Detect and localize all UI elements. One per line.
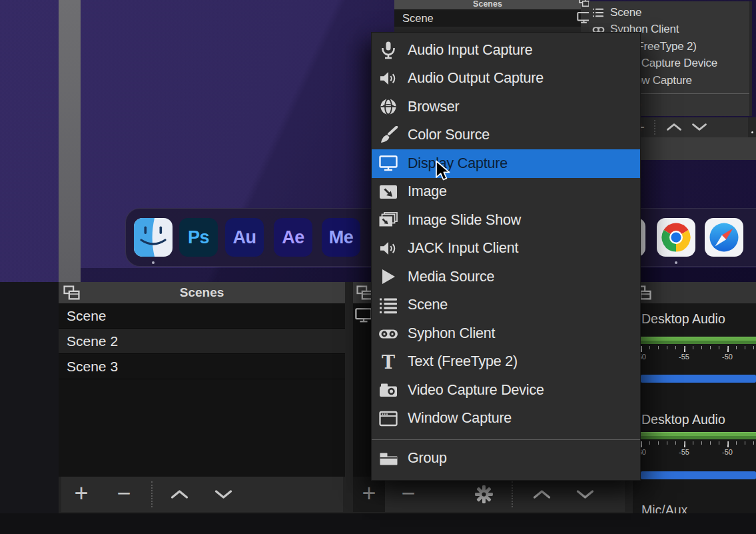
add-source-menu: Audio Input Capture Audio Output Capture… <box>371 32 641 481</box>
mixer-channel-label: Mic/Aux <box>641 503 687 513</box>
bg-toolbar-divider <box>654 120 655 135</box>
window-icon <box>378 411 399 427</box>
bg-move-down-button[interactable] <box>691 123 707 131</box>
bg-scene-row[interactable]: Scene <box>394 9 581 27</box>
scenes-toolbar: + − <box>61 477 343 512</box>
after-effects-label: Ae <box>282 227 304 248</box>
camera-icon <box>378 382 399 398</box>
mixer-panel-header[interactable] <box>633 282 756 303</box>
bg-toolbar-edge <box>748 117 756 137</box>
source-properties-gear-icon[interactable] <box>474 485 494 504</box>
sources-toolbar: − <box>385 477 625 512</box>
toolbar-divider <box>512 481 513 507</box>
speaker-icon <box>378 240 399 257</box>
volume-slider[interactable] <box>641 375 756 383</box>
after-effects-icon[interactable]: Ae <box>274 218 312 257</box>
menu-item-scene[interactable]: Scene <box>372 291 640 320</box>
folder-icon <box>378 451 399 467</box>
scene-down-button[interactable] <box>214 489 232 499</box>
tick-label: -50 <box>722 353 733 361</box>
scene-list-icon <box>378 297 399 314</box>
meter-ruler <box>641 441 756 447</box>
finder-icon[interactable] <box>134 218 173 257</box>
scene-up-button[interactable] <box>171 489 189 499</box>
scene-row-2[interactable]: Scene 2 <box>59 329 345 354</box>
mixer-channel-label: Desktop Audio <box>641 412 725 427</box>
menu-item-audio-input-capture[interactable]: Audio Input Capture <box>372 36 640 65</box>
speaker-icon <box>378 70 399 87</box>
add-scene-button[interactable]: + <box>70 477 93 512</box>
sources-add-area: + <box>353 477 385 512</box>
audio-mixer-panel: Desktop Audio -60 -55 -50 Desktop Audio … <box>633 282 756 513</box>
menu-item-text-freetype[interactable]: T Text (FreeType 2) <box>372 348 640 377</box>
preview-edge-strip <box>59 0 81 282</box>
paintbrush-icon <box>378 126 399 144</box>
menu-item-window-capture[interactable]: Window Capture <box>372 405 640 433</box>
bg-scenes-panel: Scenes Scene <box>394 0 581 32</box>
menu-item-media-source[interactable]: Media Source <box>372 263 640 291</box>
image-icon <box>378 184 399 200</box>
mixer-channel-label: Desktop Audio <box>641 311 725 327</box>
remove-scene-button[interactable]: − <box>113 477 135 512</box>
volume-meter <box>641 432 756 439</box>
menu-item-image-slide-show[interactable]: Image Slide Show <box>372 206 640 235</box>
safari-icon[interactable] <box>705 218 743 257</box>
play-icon <box>378 268 399 285</box>
slideshow-icon <box>378 212 399 228</box>
menu-item-jack-input-client[interactable]: JACK Input Client <box>372 235 640 263</box>
chrome-icon[interactable] <box>657 218 695 257</box>
mouse-cursor <box>435 160 452 181</box>
tick-label: -50 <box>722 448 733 456</box>
scenes-panel-title: Scenes <box>59 282 345 303</box>
scenes-list: Scene Scene 2 Scene 3 <box>59 303 345 477</box>
volume-slider[interactable] <box>641 471 756 479</box>
microphone-icon <box>378 41 399 59</box>
scene-row-1[interactable]: Scene <box>59 303 345 329</box>
source-up-button[interactable] <box>533 489 551 499</box>
volume-meter <box>641 337 756 344</box>
chrome-running-dot <box>675 261 677 264</box>
photoshop-label: Ps <box>188 227 209 248</box>
display-capture-source-icon <box>355 307 372 324</box>
status-bar <box>0 513 756 534</box>
bg-scenes-title: Scenes <box>473 0 502 9</box>
menu-item-audio-output-capture[interactable]: Audio Output Capture <box>372 65 640 93</box>
text-icon: T <box>378 353 399 371</box>
finder-running-dot <box>152 261 155 264</box>
obs-screen: Scenes Scene Scene Syphon Client T Text … <box>0 0 756 534</box>
menu-item-group[interactable]: Group <box>372 444 640 473</box>
bg-move-up-button[interactable] <box>666 123 682 131</box>
add-source-button[interactable]: + <box>358 477 380 512</box>
menu-item-browser[interactable]: Browser <box>372 93 640 121</box>
menu-item-display-capture[interactable]: Display Capture <box>372 149 640 178</box>
svg-text:T: T <box>382 353 395 371</box>
scene-list-icon <box>591 7 605 18</box>
scenes-panel-header[interactable]: Scenes <box>59 282 345 303</box>
audition-label: Au <box>233 227 256 248</box>
menu-item-image[interactable]: Image <box>372 178 640 207</box>
tick-label: -55 <box>679 448 689 456</box>
media-encoder-label: Me <box>329 227 354 248</box>
menu-separator <box>372 439 640 440</box>
globe-icon <box>378 98 399 115</box>
remove-source-button[interactable]: − <box>397 477 420 512</box>
scene-row-3[interactable]: Scene 3 <box>59 354 345 379</box>
photoshop-icon[interactable]: Ps <box>179 218 218 257</box>
menu-item-video-capture-device[interactable]: Video Capture Device <box>372 376 640 405</box>
source-down-button[interactable] <box>576 489 594 499</box>
bg-menu-item-scene[interactable]: Scene <box>589 4 749 21</box>
tick-label: -55 <box>679 353 689 361</box>
bg-resize-dot <box>751 131 753 133</box>
meter-ruler <box>641 346 756 352</box>
menu-item-color-source[interactable]: Color Source <box>372 121 640 150</box>
display-icon <box>378 155 399 172</box>
bg-scenes-header: Scenes <box>394 0 581 9</box>
media-encoder-icon[interactable]: Me <box>322 218 360 257</box>
gamepad-icon <box>378 326 399 341</box>
toolbar-divider <box>151 481 153 507</box>
window-left-area <box>0 282 59 513</box>
menu-item-syphon-client[interactable]: Syphon Client <box>372 319 640 348</box>
scenes-panel: Scenes Scene Scene 2 Scene 3 + − <box>59 282 345 513</box>
audition-icon[interactable]: Au <box>225 218 264 257</box>
